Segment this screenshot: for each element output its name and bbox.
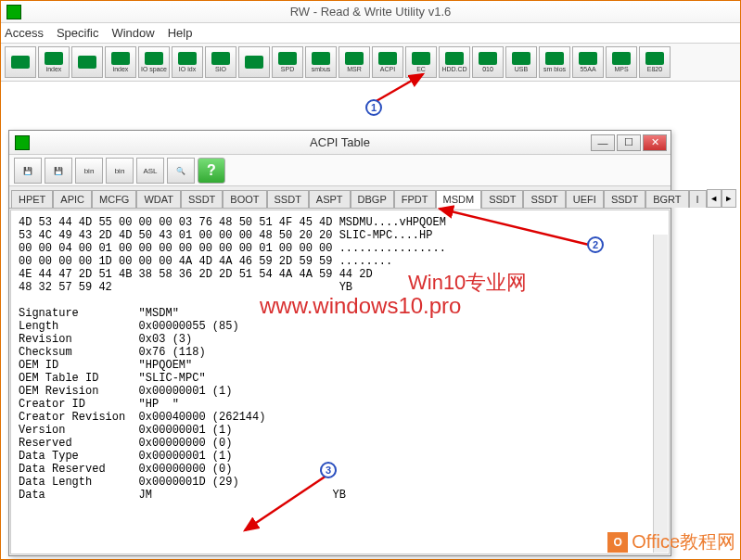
- search-icon[interactable]: 🔍: [167, 158, 195, 184]
- vertical-scrollbar[interactable]: [653, 235, 668, 553]
- iospace-icon[interactable]: IO space: [138, 46, 170, 78]
- savebin-icon[interactable]: bin: [75, 158, 103, 184]
- tab-mcfg-2[interactable]: MCFG: [92, 190, 136, 208]
- index-icon[interactable]: index: [38, 46, 70, 78]
- tab-hpet-0[interactable]: HPET: [11, 190, 53, 208]
- callout-2: 2: [587, 236, 604, 253]
- svg-line-1: [375, 74, 423, 102]
- savebins-icon[interactable]: bin: [106, 158, 134, 184]
- index2-icon[interactable]: index: [105, 46, 136, 78]
- tab-bgrt-15[interactable]: BGRT: [645, 190, 688, 208]
- tab-ssdt-6[interactable]: SSDT: [267, 190, 309, 208]
- child-app-icon: [15, 135, 30, 150]
- e820-icon[interactable]: E820: [639, 46, 671, 78]
- maximize-button[interactable]: ☐: [617, 134, 641, 151]
- drive-icon[interactable]: 010: [472, 46, 504, 78]
- tab-apic-1[interactable]: APIC: [53, 190, 92, 208]
- child-title: ACPI Table: [9, 135, 671, 149]
- tab-ssdt-4[interactable]: SSDT: [181, 190, 223, 208]
- save-icon[interactable]: 💾: [14, 158, 42, 184]
- help-icon[interactable]: ?: [198, 158, 225, 184]
- hdd-icon[interactable]: HDD.CD: [439, 46, 470, 78]
- hex-content-pane[interactable]: 4D 53 44 4D 55 00 00 00 03 76 48 50 51 4…: [10, 210, 670, 554]
- smbus-icon[interactable]: smbus: [305, 46, 337, 78]
- child-toolbar: 💾💾binbinASL🔍?: [9, 155, 671, 186]
- app-icon: [6, 5, 21, 19]
- tab-fpdt-9[interactable]: FPDT: [394, 190, 436, 208]
- main-toolbar: indexindexIO spaceIO idxSIOSPDsmbusMSRAC…: [1, 44, 740, 82]
- tab-ssdt-14[interactable]: SSDT: [604, 190, 645, 208]
- hex-text: 4D 53 44 4D 55 00 00 00 03 76 48 50 51 4…: [19, 216, 661, 502]
- msr-icon[interactable]: MSR: [339, 46, 370, 78]
- tab-i-16[interactable]: I: [689, 190, 707, 208]
- saveall-icon[interactable]: 💾: [45, 158, 72, 184]
- menu-help[interactable]: Help: [168, 26, 193, 40]
- arrow-to-acpi-icon: [375, 72, 430, 112]
- tab-scroll-right[interactable]: ►: [722, 189, 736, 208]
- logo-square-icon: O: [607, 532, 628, 553]
- sio-icon[interactable]: SIO: [205, 46, 236, 78]
- arrow-to-msdm-tab: [436, 206, 594, 255]
- tab-scroll-left[interactable]: ◄: [707, 189, 722, 208]
- callout-1: 1: [365, 99, 382, 116]
- child-titlebar: ACPI Table — ☐ ✕: [9, 131, 671, 155]
- usb-icon[interactable]: USB: [505, 46, 537, 78]
- arrow-to-data: [241, 473, 334, 541]
- main-title: RW - Read & Write Utility v1.6: [0, 5, 741, 19]
- mem2-icon[interactable]: [71, 46, 103, 78]
- callout-3: 3: [320, 462, 337, 478]
- minimize-button[interactable]: —: [591, 134, 615, 151]
- main-titlebar: RW - Read & Write Utility v1.6: [1, 1, 740, 23]
- fivefiveaa-icon[interactable]: 55AA: [572, 46, 604, 78]
- redaction-box-1: [413, 464, 631, 501]
- tab-aspt-7[interactable]: ASPT: [309, 190, 351, 208]
- menu-window[interactable]: Window: [111, 26, 154, 40]
- tab-wdat-3[interactable]: WDAT: [136, 190, 181, 208]
- logo-text: Office教程网: [632, 529, 735, 554]
- spd-icon[interactable]: SPD: [272, 46, 303, 78]
- svg-line-5: [245, 476, 326, 530]
- menu-specific[interactable]: Specific: [57, 26, 99, 40]
- smbios-icon[interactable]: sm bios: [539, 46, 570, 78]
- close-button[interactable]: ✕: [643, 134, 667, 151]
- tab-dbgp-8[interactable]: DBGP: [351, 190, 394, 208]
- mps-icon[interactable]: MPS: [606, 46, 637, 78]
- asl-icon[interactable]: ASL: [136, 158, 164, 184]
- office-tutorial-logo: O Office教程网: [607, 529, 735, 554]
- window-buttons: — ☐ ✕: [591, 134, 671, 151]
- svg-line-3: [440, 209, 589, 245]
- mem-icon[interactable]: [5, 46, 36, 78]
- clock-icon[interactable]: [238, 46, 270, 78]
- ioindex-icon[interactable]: IO idx: [172, 46, 203, 78]
- menubar: Access Specific Window Help: [1, 23, 740, 44]
- tab-boot-5[interactable]: BOOT: [223, 190, 266, 208]
- menu-access[interactable]: Access: [5, 26, 44, 40]
